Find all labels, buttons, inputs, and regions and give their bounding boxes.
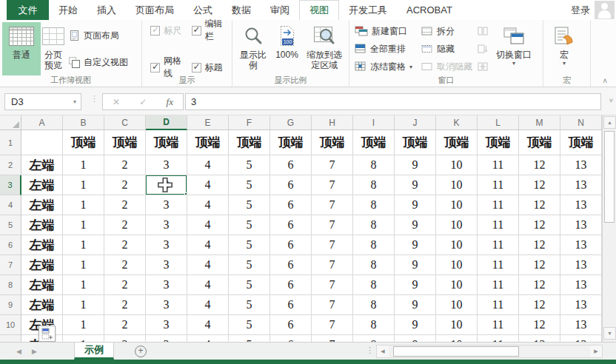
cell-I2[interactable]: 8: [353, 155, 395, 175]
sheet-tab-active[interactable]: 示例: [74, 343, 114, 360]
cell-E1[interactable]: 顶端: [187, 130, 229, 155]
cell-L10[interactable]: 11: [478, 315, 519, 335]
cell-K5[interactable]: 10: [436, 215, 478, 235]
cell-A5[interactable]: 左端: [21, 215, 63, 235]
cell-E2[interactable]: 4: [187, 155, 229, 175]
cell-K4[interactable]: 10: [436, 195, 478, 215]
new-window-button[interactable]: 新建窗口: [352, 24, 418, 39]
row-header-8[interactable]: 8: [0, 275, 21, 295]
scroll-left-icon[interactable]: ◀: [377, 346, 389, 357]
cell-A1[interactable]: [21, 130, 63, 155]
user-avatar-icon[interactable]: [595, 1, 615, 19]
cell-N6[interactable]: 13: [560, 235, 602, 255]
cell-G5[interactable]: 6: [270, 215, 312, 235]
sign-in-link[interactable]: 登录: [571, 0, 595, 20]
cell-B8[interactable]: 1: [63, 275, 104, 295]
cell-I8[interactable]: 8: [353, 275, 395, 295]
cell-G10[interactable]: 6: [270, 315, 312, 335]
cell-C3[interactable]: 2: [104, 175, 146, 195]
row-header-4[interactable]: 4: [0, 195, 21, 215]
cell-H10[interactable]: 7: [312, 315, 353, 335]
row-header-3[interactable]: 3: [0, 175, 21, 195]
cell-C6[interactable]: 2: [104, 235, 146, 255]
page-layout-view-button[interactable]: 页面布局: [66, 28, 134, 44]
page-break-preview-button[interactable]: 分页预览: [41, 22, 66, 75]
cell-A3[interactable]: 左端: [21, 175, 63, 195]
cell-K1[interactable]: 顶端: [436, 130, 478, 155]
cell-K9[interactable]: 10: [436, 295, 478, 315]
cell-F9[interactable]: 5: [229, 295, 270, 315]
cell-C9[interactable]: 2: [104, 295, 146, 315]
zoom-100-button[interactable]: 100 100%: [272, 22, 303, 75]
cell-F6[interactable]: 5: [229, 235, 270, 255]
cell-H1[interactable]: 顶端: [312, 130, 353, 155]
cell-B2[interactable]: 1: [63, 155, 104, 175]
checkbox-编辑栏[interactable]: 编辑栏: [192, 18, 224, 43]
cell-A2[interactable]: 左端: [21, 155, 63, 175]
cell-J5[interactable]: 9: [395, 215, 436, 235]
cell-F5[interactable]: 5: [229, 215, 270, 235]
cell-K3[interactable]: 10: [436, 175, 478, 195]
cell-E6[interactable]: 4: [187, 235, 229, 255]
column-header-G[interactable]: G: [270, 115, 312, 130]
checkbox-标尺[interactable]: 标尺: [150, 18, 183, 43]
cell-M2[interactable]: 12: [519, 155, 560, 175]
cell-F1[interactable]: 顶端: [229, 130, 270, 155]
cell-H2[interactable]: 7: [312, 155, 353, 175]
tab-开发工具[interactable]: 开发工具: [339, 0, 397, 20]
switch-windows-dropdown-icon[interactable]: ▾: [512, 60, 515, 67]
checkbox-icon[interactable]: [192, 26, 201, 36]
tab-file[interactable]: 文件: [7, 0, 49, 20]
unhide-button[interactable]: 取消隐藏: [418, 59, 475, 75]
zoom-to-selection-button[interactable]: 缩放到选定区域: [302, 22, 346, 75]
tab-页面布局[interactable]: 页面布局: [126, 0, 184, 20]
cell-J11[interactable]: 9: [395, 335, 436, 342]
cell-A6[interactable]: 左端: [21, 235, 63, 255]
insert-function-icon[interactable]: fx: [167, 96, 173, 108]
cell-J2[interactable]: 9: [395, 155, 436, 175]
horizontal-scrollbar[interactable]: ◀ ▶: [376, 345, 603, 358]
cell-L7[interactable]: 11: [478, 255, 519, 275]
cell-L11[interactable]: 11: [478, 335, 519, 342]
cell-J10[interactable]: 9: [395, 315, 436, 335]
cell-K2[interactable]: 10: [436, 155, 478, 175]
cell-B4[interactable]: 1: [63, 195, 104, 215]
cell-N3[interactable]: 13: [560, 175, 602, 195]
cell-G4[interactable]: 6: [270, 195, 312, 215]
normal-view-button[interactable]: 普通: [2, 22, 41, 75]
row-header-10[interactable]: 10: [0, 315, 21, 335]
cell-B10[interactable]: 1: [63, 315, 104, 335]
column-header-I[interactable]: I: [353, 115, 395, 130]
checkbox-icon[interactable]: [150, 26, 160, 36]
cell-L4[interactable]: 11: [478, 195, 519, 215]
cell-J8[interactable]: 9: [395, 275, 436, 295]
cell-I1[interactable]: 顶端: [353, 130, 395, 155]
vertical-scroll-thumb[interactable]: [604, 131, 615, 223]
tab-公式[interactable]: 公式: [184, 0, 222, 20]
tab-插入[interactable]: 插入: [87, 0, 126, 20]
cell-E11[interactable]: 4: [187, 335, 229, 342]
cell-A8[interactable]: 左端: [21, 275, 63, 295]
cell-D6[interactable]: 3: [146, 235, 187, 255]
cell-B9[interactable]: 1: [63, 295, 104, 315]
cell-C2[interactable]: 2: [104, 155, 146, 175]
cell-C10[interactable]: 2: [104, 315, 146, 335]
select-all-corner[interactable]: [0, 115, 21, 130]
macros-button[interactable]: 宏 ▾: [546, 22, 583, 75]
column-header-B[interactable]: B: [63, 115, 104, 130]
tab-数据[interactable]: 数据: [222, 0, 261, 20]
cell-I7[interactable]: 8: [353, 255, 395, 275]
cell-M11[interactable]: 12: [519, 335, 560, 342]
cell-A9[interactable]: 左端: [21, 295, 63, 315]
cell-G2[interactable]: 6: [270, 155, 312, 175]
cell-G6[interactable]: 6: [270, 235, 312, 255]
cell-J6[interactable]: 9: [395, 235, 436, 255]
cell-K7[interactable]: 10: [436, 255, 478, 275]
cell-C5[interactable]: 2: [104, 215, 146, 235]
cell-K6[interactable]: 10: [436, 235, 478, 255]
cell-G11[interactable]: 6: [270, 335, 312, 342]
cell-M10[interactable]: 12: [519, 315, 560, 335]
fill-handle[interactable]: [184, 192, 187, 195]
cell-C8[interactable]: 2: [104, 275, 146, 295]
cell-K11[interactable]: 10: [436, 335, 478, 342]
